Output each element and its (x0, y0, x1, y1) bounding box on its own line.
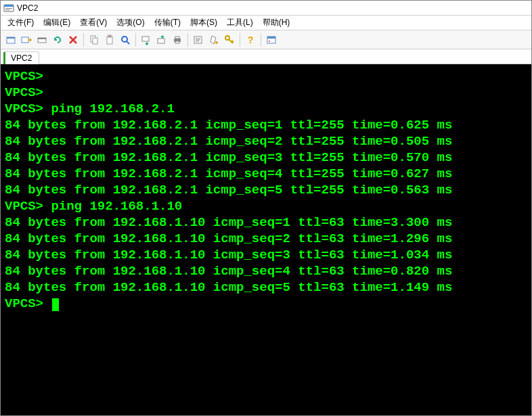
svg-rect-14 (142, 37, 149, 41)
send-button[interactable] (139, 32, 154, 47)
toolbar: ? (1, 30, 531, 49)
menu-view[interactable]: 查看(V) (76, 16, 111, 30)
svg-rect-3 (5, 9, 10, 10)
menu-file[interactable]: 文件(F) (3, 16, 38, 30)
about-button[interactable] (264, 32, 279, 47)
menu-scripts[interactable]: 脚本(S) (186, 16, 221, 30)
toolbar-separator (135, 33, 136, 47)
terminal-line: 84 bytes from 192.168.2.1 icmp_seq=1 ttl… (5, 117, 527, 133)
tabbar: VPC2 (1, 49, 531, 64)
svg-rect-1 (4, 5, 14, 7)
menu-edit[interactable]: 编辑(E) (39, 16, 74, 30)
terminal-area[interactable]: VPCS>VPCS>VPCS> ping 192.168.2.184 bytes… (1, 64, 531, 415)
menu-help[interactable]: 帮助(H) (259, 16, 294, 30)
copy-button[interactable] (87, 32, 102, 47)
terminal-line: VPCS> (5, 85, 527, 101)
svg-point-13 (122, 37, 127, 42)
svg-rect-17 (175, 37, 179, 39)
titlebar: VPC2 (1, 1, 531, 16)
terminal-line: 84 bytes from 192.168.2.1 icmp_seq=2 ttl… (5, 133, 527, 149)
terminal-line: 84 bytes from 192.168.2.1 icmp_seq=4 ttl… (5, 166, 527, 182)
terminal-line: 84 bytes from 192.168.2.1 icmp_seq=3 ttl… (5, 149, 527, 166)
terminal-line: VPCS> (5, 68, 527, 85)
toolbar-separator (261, 33, 261, 47)
terminal-line: VPCS> ping 192.168.2.1 (5, 101, 527, 117)
svg-point-25 (269, 41, 270, 42)
reconnect-button[interactable] (50, 32, 65, 47)
terminal-line: 84 bytes from 192.168.1.10 icmp_seq=5 tt… (5, 279, 527, 296)
svg-text:?: ? (248, 34, 254, 45)
svg-rect-8 (38, 38, 46, 39)
svg-rect-10 (93, 38, 97, 44)
terminal-prompt-line: VPCS> (5, 296, 527, 312)
svg-rect-12 (108, 35, 111, 37)
svg-rect-2 (5, 8, 12, 9)
terminal-line: 84 bytes from 192.168.1.10 icmp_seq=3 tt… (5, 247, 527, 263)
receive-button[interactable] (154, 32, 169, 47)
menu-transfer[interactable]: 传输(T) (150, 16, 185, 30)
terminal-line: 84 bytes from 192.168.1.10 icmp_seq=2 tt… (5, 231, 527, 247)
svg-rect-18 (175, 41, 179, 43)
key-button[interactable] (222, 32, 237, 47)
terminal-line: 84 bytes from 192.168.1.10 icmp_seq=1 tt… (5, 214, 527, 231)
tab-vpc2[interactable]: VPC2 (3, 51, 39, 64)
session-options-button[interactable] (191, 32, 206, 47)
svg-rect-5 (7, 37, 15, 39)
terminal-cursor (52, 298, 59, 311)
svg-rect-11 (107, 37, 112, 44)
menu-options[interactable]: 选项(O) (112, 16, 148, 30)
toolbar-separator (187, 33, 188, 47)
terminal-line: VPCS> ping 192.168.1.10 (5, 198, 527, 214)
session-manager-button[interactable] (3, 32, 18, 47)
svg-rect-15 (158, 39, 164, 43)
svg-point-20 (215, 41, 218, 44)
menu-tools[interactable]: 工具(L) (223, 16, 257, 30)
connect-bar-button[interactable] (35, 32, 49, 47)
toolbar-separator (240, 33, 240, 47)
disconnect-button[interactable] (66, 32, 81, 47)
script-button[interactable] (206, 32, 221, 47)
toolbar-separator (83, 33, 84, 47)
window-title: VPC2 (17, 3, 38, 13)
quick-connect-button[interactable] (19, 32, 34, 47)
svg-rect-6 (22, 37, 28, 43)
svg-rect-24 (267, 37, 275, 39)
terminal-line: 84 bytes from 192.168.2.1 icmp_seq=5 ttl… (5, 182, 527, 198)
paste-button[interactable] (102, 32, 117, 47)
print-button[interactable] (170, 32, 185, 47)
terminal-line: 84 bytes from 192.168.1.10 icmp_seq=4 tt… (5, 263, 527, 279)
menubar: 文件(F) 编辑(E) 查看(V) 选项(O) 传输(T) 脚本(S) 工具(L… (1, 16, 531, 30)
find-button[interactable] (118, 32, 133, 47)
help-button[interactable]: ? (243, 32, 258, 47)
app-icon (3, 3, 14, 14)
